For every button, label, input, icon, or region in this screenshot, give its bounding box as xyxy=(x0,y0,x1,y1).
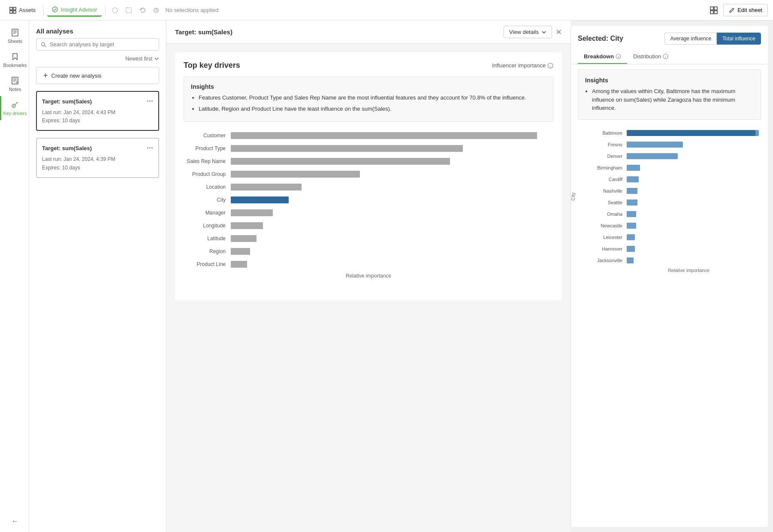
insight-advisor-icon xyxy=(51,6,58,13)
right-bar-row-1: Fresno xyxy=(588,140,761,149)
right-bar-label-4: Cardiff xyxy=(588,177,627,182)
center-bar-row-8: Latitude xyxy=(184,233,553,244)
selection-icon-1[interactable] xyxy=(109,4,121,16)
assets-button[interactable]: Assets xyxy=(5,4,40,16)
center-bar-row-6: Manager xyxy=(184,208,553,218)
center-header: Target: sum(Sales) View details ✕ xyxy=(166,21,571,44)
svg-rect-12 xyxy=(12,29,18,36)
right-bar-row-11: Jacksonville xyxy=(588,256,761,265)
center-bar-fill-8 xyxy=(231,235,257,242)
center-bar-track-7 xyxy=(231,222,553,229)
sort-label: Newest first xyxy=(125,56,152,62)
center-bar-label-0: Customer xyxy=(184,133,231,139)
svg-rect-6 xyxy=(126,8,131,13)
right-bar-track-3 xyxy=(627,165,761,171)
sidebar-item-sheets[interactable]: Sheets xyxy=(0,24,29,48)
center-bar-label-7: Longitude xyxy=(184,223,231,229)
right-bar-label-8: Newcastle xyxy=(588,223,627,228)
right-bar-fill-8 xyxy=(627,223,636,229)
right-bar-row-10: Hannover xyxy=(588,244,761,254)
view-details-button[interactable]: View details xyxy=(504,26,552,38)
analysis-card-0-menu[interactable]: ··· xyxy=(147,97,153,106)
selection-icon-2[interactable] xyxy=(123,4,135,16)
center-bar-label-8: Latitude xyxy=(184,236,231,242)
undo-icon[interactable] xyxy=(136,4,148,16)
tab-breakdown[interactable]: Breakdown i xyxy=(578,50,627,64)
svg-text:i: i xyxy=(550,64,551,68)
no-selections-label: No selections applied xyxy=(166,7,219,13)
analysis-card-1[interactable]: Target: sum(Sales) ··· Last run: Jan 24,… xyxy=(36,138,159,178)
right-bar-label-6: Seattle xyxy=(588,200,627,205)
right-insights-title: Insights xyxy=(585,77,754,84)
right-bar-row-6: Seattle xyxy=(588,198,761,207)
sort-bar[interactable]: Newest first xyxy=(29,54,166,63)
right-bar-label-2: Denver xyxy=(588,154,627,159)
center-header-actions: View details ✕ xyxy=(504,26,562,38)
center-bar-row-1: Product Type xyxy=(184,143,553,154)
right-bars-container: Baltimore Fresno Denver Birmingham Cardi… xyxy=(588,128,761,265)
analysis-card-0[interactable]: Target: sum(Sales) ··· Last run: Jan 24,… xyxy=(36,91,159,131)
grid-layout-icon[interactable] xyxy=(708,4,720,16)
insight-advisor-button[interactable]: Insight Advisor xyxy=(47,3,102,17)
edit-sheet-button[interactable]: Edit sheet xyxy=(723,4,768,16)
search-input[interactable] xyxy=(50,41,154,48)
right-chart-content: City Baltimore Fresno Denver Birmingham … xyxy=(571,125,768,527)
center-bar-fill-0 xyxy=(231,132,537,139)
center-bar-track-5 xyxy=(231,196,553,203)
center-bars-container: Customer Product Type Sales Rep Name Pro… xyxy=(184,130,553,269)
breakdown-info-icon[interactable]: i xyxy=(616,54,621,59)
bookmarks-icon xyxy=(11,52,19,61)
info-icon[interactable]: i xyxy=(547,63,553,69)
plus-icon: + xyxy=(43,72,48,79)
center-bar-row-0: Customer xyxy=(184,130,553,141)
center-bar-chart: Customer Product Type Sales Rep Name Pro… xyxy=(184,130,553,292)
center-axis-label: Relative importance xyxy=(184,273,553,279)
right-bar-fill-7 xyxy=(627,211,636,217)
analysis-card-1-last-run: Last run: Jan 24, 2024, 4:39 PM xyxy=(42,155,153,163)
insights-box: Insights Features Customer, Product Type… xyxy=(184,77,553,122)
edit-sheet-label: Edit sheet xyxy=(737,7,762,13)
right-bar-label-10: Hannover xyxy=(588,246,627,251)
right-bar-fill-5 xyxy=(627,188,637,194)
center-bar-track-4 xyxy=(231,184,553,190)
center-bar-label-1: Product Type xyxy=(184,145,231,151)
tab-distribution[interactable]: Distribution i xyxy=(627,50,674,64)
insight-advisor-label: Insight Advisor xyxy=(61,6,97,13)
refresh-icon[interactable] xyxy=(150,4,162,16)
search-box xyxy=(36,38,159,51)
topbar-right: Edit sheet xyxy=(708,4,768,16)
right-bar-fill-11 xyxy=(627,257,634,263)
center-bar-label-9: Region xyxy=(184,248,231,254)
sort-icon xyxy=(154,56,159,61)
svg-point-4 xyxy=(52,7,57,12)
center-bar-row-10: Product Line xyxy=(184,259,553,269)
right-chart-wrapper: City Baltimore Fresno Denver Birmingham … xyxy=(578,128,761,265)
center-bar-fill-1 xyxy=(231,145,463,152)
distribution-info-icon[interactable]: i xyxy=(663,54,668,59)
tab-distribution-label: Distribution xyxy=(633,53,661,60)
create-analysis-button[interactable]: + Create new analysis xyxy=(36,67,159,84)
sidebar-item-notes[interactable]: Notes xyxy=(0,72,29,96)
svg-point-22 xyxy=(42,42,45,45)
search-icon xyxy=(41,42,46,48)
total-influence-button[interactable]: Total influence xyxy=(717,33,761,45)
avg-influence-button[interactable]: Average influence xyxy=(664,33,717,45)
collapse-sidebar-button[interactable]: ← xyxy=(0,513,29,532)
close-center-button[interactable]: ✕ xyxy=(556,27,562,37)
right-insights-list: Among the values within City, Baltimore … xyxy=(585,87,754,112)
icon-sidebar: Sheets Bookmarks Notes Key dr xyxy=(0,21,29,532)
center-bar-fill-4 xyxy=(231,184,302,190)
right-panel: Selected: City Average influence Total i… xyxy=(571,26,768,527)
sidebar-item-bookmarks[interactable]: Bookmarks xyxy=(0,48,29,72)
right-bar-row-5: Nashville xyxy=(588,186,761,196)
analysis-card-1-header: Target: sum(Sales) ··· xyxy=(42,144,153,153)
analysis-card-1-menu[interactable]: ··· xyxy=(147,144,153,153)
center-bar-fill-2 xyxy=(231,158,450,165)
right-bar-track-0 xyxy=(627,130,761,136)
right-bar-label-5: Nashville xyxy=(588,188,627,193)
center-bar-label-4: Location xyxy=(184,184,231,190)
right-bar-track-1 xyxy=(627,142,761,148)
svg-line-23 xyxy=(45,45,46,47)
right-tabs: Breakdown i Distribution i xyxy=(578,50,761,64)
sidebar-item-key-drivers[interactable]: Key drivers xyxy=(0,96,29,120)
